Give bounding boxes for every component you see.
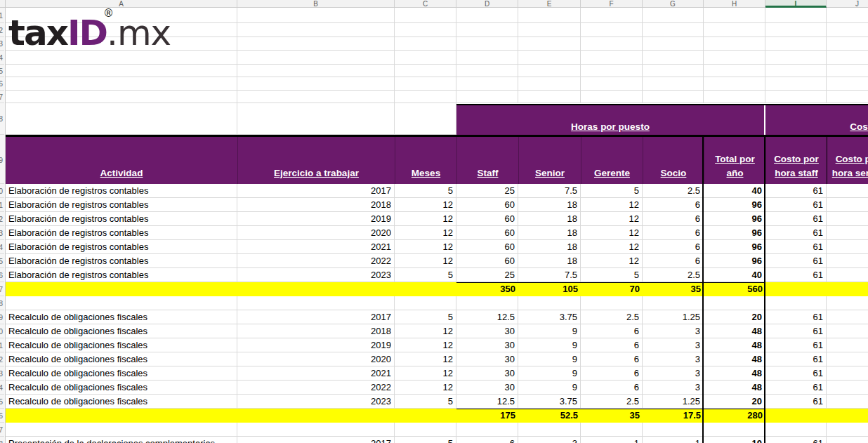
row-header-4[interactable]: 4 bbox=[0, 51, 4, 65]
activity-cell[interactable]: Recalculo de obligaciones fiscales bbox=[6, 338, 237, 352]
empty-cell[interactable] bbox=[518, 51, 581, 65]
empty-cell[interactable] bbox=[395, 37, 456, 51]
row-header-22[interactable]: 22 bbox=[0, 352, 4, 366]
staff-cell[interactable]: 60 bbox=[456, 226, 518, 240]
empty-cell[interactable] bbox=[581, 91, 643, 103]
empty-cell[interactable] bbox=[765, 37, 827, 51]
empty-cell[interactable] bbox=[581, 51, 643, 65]
empty-cell[interactable] bbox=[518, 37, 581, 51]
costo_staff-cell[interactable]: 61 bbox=[765, 366, 827, 381]
row-header-2[interactable]: 2 bbox=[0, 23, 4, 37]
column-header-D[interactable]: D bbox=[456, 0, 518, 8]
year-cell[interactable]: 2023 bbox=[237, 395, 395, 409]
costo_staff-cell[interactable]: 61 bbox=[765, 198, 827, 212]
row-header-1[interactable]: 1 bbox=[0, 8, 4, 23]
empty-cell[interactable] bbox=[827, 51, 868, 65]
empty-cell[interactable] bbox=[518, 8, 581, 23]
senior-cell[interactable]: 18 bbox=[518, 198, 581, 212]
activity-cell[interactable]: Elaboración de registros contables bbox=[6, 198, 237, 212]
meses-cell[interactable]: 5 bbox=[395, 395, 456, 409]
total-cell[interactable]: 96 bbox=[704, 212, 765, 226]
total-cell[interactable]: 48 bbox=[704, 381, 765, 395]
empty-cell[interactable] bbox=[6, 65, 237, 77]
meses-cell[interactable]: 12 bbox=[395, 240, 456, 254]
empty-cell[interactable] bbox=[456, 91, 518, 103]
meses-cell[interactable]: 5 bbox=[395, 268, 456, 282]
row-header-10[interactable]: 10 bbox=[0, 184, 4, 198]
empty-cell[interactable] bbox=[643, 51, 704, 65]
total-staff-cell[interactable]: 175 bbox=[456, 409, 518, 423]
total-cell[interactable]: 40 bbox=[704, 268, 765, 282]
empty-cell[interactable] bbox=[456, 296, 518, 310]
empty-cell[interactable] bbox=[765, 8, 827, 23]
total-cell[interactable]: 10 bbox=[704, 437, 765, 443]
empty-cell[interactable] bbox=[581, 23, 643, 37]
empty-cell[interactable] bbox=[237, 8, 395, 23]
gerente-cell[interactable]: 6 bbox=[581, 381, 643, 395]
socio-cell[interactable]: 3 bbox=[643, 338, 704, 352]
total-cell[interactable]: 20 bbox=[704, 395, 765, 409]
row-header-6[interactable]: 6 bbox=[0, 77, 4, 91]
empty-cell[interactable] bbox=[395, 8, 456, 23]
empty-cell[interactable] bbox=[765, 91, 827, 103]
empty-cell[interactable] bbox=[704, 51, 765, 65]
costo_staff-cell[interactable]: 61 bbox=[765, 240, 827, 254]
activity-cell[interactable]: Elaboración de registros contables bbox=[6, 184, 237, 198]
costo_staff-cell[interactable]: 61 bbox=[765, 324, 827, 338]
empty-cell[interactable] bbox=[643, 77, 704, 91]
staff-cell[interactable]: 30 bbox=[456, 338, 518, 352]
costo_staff-cell[interactable]: 61 bbox=[765, 226, 827, 240]
year-cell[interactable]: 2022 bbox=[237, 254, 395, 268]
activity-cell[interactable]: Recalculo de obligaciones fiscales bbox=[6, 366, 237, 381]
socio-cell[interactable]: 3 bbox=[643, 366, 704, 381]
socio-cell[interactable]: 2.5 bbox=[643, 268, 704, 282]
empty-cell[interactable] bbox=[6, 77, 237, 91]
empty-cell[interactable] bbox=[518, 65, 581, 77]
empty-cell[interactable] bbox=[518, 296, 581, 310]
activity-cell[interactable]: Recalculo de obligaciones fiscales bbox=[6, 395, 237, 409]
senior-cell[interactable]: 9 bbox=[518, 381, 581, 395]
senior-cell[interactable]: 7.5 bbox=[518, 268, 581, 282]
meses-cell[interactable]: 12 bbox=[395, 226, 456, 240]
year-cell[interactable]: 2017 bbox=[237, 437, 395, 443]
meses-cell[interactable]: 12 bbox=[395, 198, 456, 212]
gerente-cell[interactable]: 6 bbox=[581, 366, 643, 381]
costo_staff-cell[interactable]: 61 bbox=[765, 437, 827, 443]
gerente-cell[interactable]: 6 bbox=[581, 352, 643, 366]
column-header-H[interactable]: H bbox=[704, 0, 765, 8]
header-ejercicio[interactable]: Ejercicio a trabajar bbox=[237, 137, 395, 184]
year-cell[interactable]: 2020 bbox=[237, 226, 395, 240]
activity-cell[interactable]: Elaboración de registros contables bbox=[6, 240, 237, 254]
empty-cell[interactable] bbox=[456, 8, 518, 23]
year-cell[interactable]: 2021 bbox=[237, 240, 395, 254]
empty-cell[interactable] bbox=[765, 51, 827, 65]
empty-cell[interactable] bbox=[827, 366, 868, 381]
gerente-cell[interactable]: 12 bbox=[581, 212, 643, 226]
total-socio-cell[interactable]: 35 bbox=[643, 282, 704, 296]
empty-cell[interactable] bbox=[704, 296, 765, 310]
row-header-24[interactable]: 24 bbox=[0, 381, 4, 395]
empty-cell[interactable] bbox=[643, 8, 704, 23]
empty-cell[interactable] bbox=[518, 23, 581, 37]
empty-cell[interactable] bbox=[704, 23, 765, 37]
empty-cell[interactable] bbox=[704, 77, 765, 91]
empty-cell[interactable] bbox=[765, 77, 827, 91]
row-header-28[interactable]: 28 bbox=[0, 437, 4, 443]
empty-cell[interactable] bbox=[6, 91, 237, 103]
senior-cell[interactable]: 3.75 bbox=[518, 310, 581, 324]
row-header-15[interactable]: 15 bbox=[0, 254, 4, 268]
header-meses[interactable]: Meses bbox=[395, 137, 456, 184]
empty-cell[interactable] bbox=[827, 65, 868, 77]
empty-cell[interactable] bbox=[395, 91, 456, 103]
staff-cell[interactable]: 25 bbox=[456, 268, 518, 282]
meses-cell[interactable]: 12 bbox=[395, 338, 456, 352]
row-header-14[interactable]: 14 bbox=[0, 240, 4, 254]
socio-cell[interactable]: 6 bbox=[643, 226, 704, 240]
socio-cell[interactable]: 1.25 bbox=[643, 310, 704, 324]
gerente-cell[interactable]: 6 bbox=[581, 338, 643, 352]
staff-cell[interactable]: 12.5 bbox=[456, 310, 518, 324]
header-socio[interactable]: Socio bbox=[643, 137, 704, 184]
empty-cell[interactable] bbox=[827, 352, 868, 366]
meses-cell[interactable]: 12 bbox=[395, 254, 456, 268]
total-senior-cell[interactable]: 52.5 bbox=[518, 409, 581, 423]
